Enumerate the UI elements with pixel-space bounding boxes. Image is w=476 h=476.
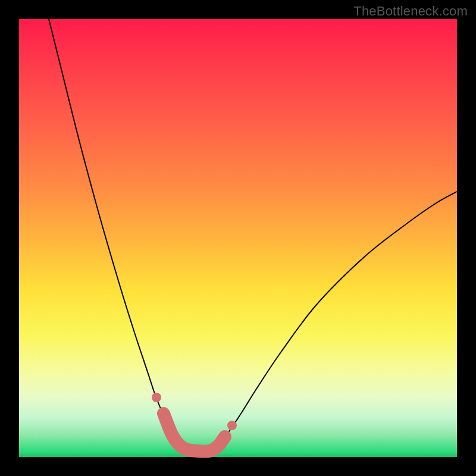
valley-marker-line — [164, 414, 225, 452]
chart-frame: TheBottleneck.com — [0, 0, 476, 476]
valley-marker-dot — [227, 421, 237, 430]
watermark-text: TheBottleneck.com — [353, 4, 468, 19]
left-curve — [49, 19, 190, 451]
right-curve — [214, 192, 457, 451]
chart-svg — [19, 19, 457, 457]
valley-marker-dot — [152, 393, 161, 402]
chart-plot-area — [19, 19, 457, 457]
